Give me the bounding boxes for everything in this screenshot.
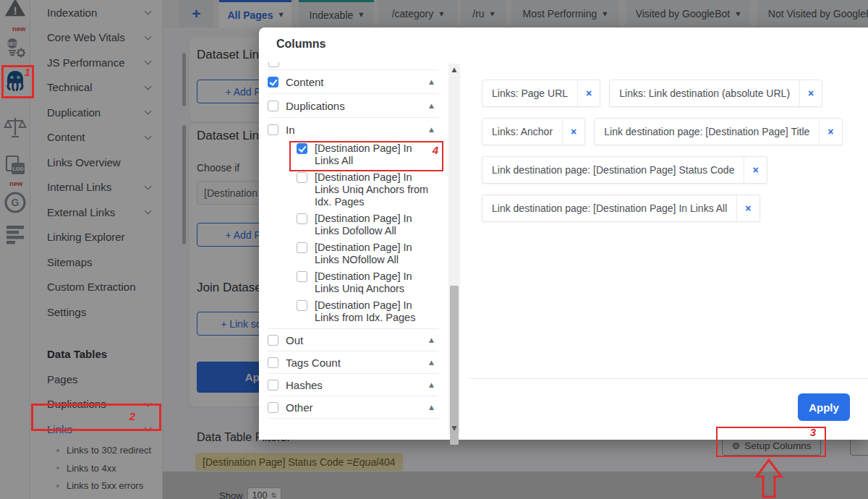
modal-title: Columns (276, 38, 326, 51)
column-group-partial (268, 62, 438, 69)
columns-modal: Columns Content ▲ Duplications ▲ In ▲ [D… (259, 27, 868, 440)
column-group-duplications[interactable]: Duplications ▲ (268, 94, 438, 117)
collapse-up-icon[interactable]: ▲ (429, 359, 434, 366)
checkbox[interactable] (268, 357, 278, 368)
selected-column-chip: Link destination page: [Destination Page… (482, 195, 760, 222)
checkbox[interactable] (297, 271, 307, 282)
collapse-up-icon[interactable]: ▲ (429, 126, 434, 133)
scrollbar-thumb[interactable] (450, 286, 459, 445)
modal-footer-divider (469, 378, 868, 379)
column-option-dofollow-all[interactable]: [Destination Page] In Links Dofollow All (268, 213, 438, 237)
column-tree: Content ▲ Duplications ▲ In ▲ [Destinati… (268, 62, 438, 431)
column-group-out[interactable]: Out ▲ (268, 329, 438, 351)
remove-column-icon[interactable]: × (562, 119, 584, 145)
remove-column-icon[interactable]: × (819, 119, 841, 145)
apply-columns-button[interactable]: Apply (798, 393, 850, 421)
tree-scrollbar[interactable]: ▲ ▼ (448, 64, 460, 434)
checkbox[interactable] (268, 335, 278, 346)
checkbox[interactable] (297, 300, 307, 311)
checkbox[interactable] (268, 380, 278, 391)
column-option-uniq-anchors-idx[interactable]: [Destination Page] In Links Uniq Anchors… (268, 171, 438, 208)
remove-column-icon[interactable]: × (736, 195, 759, 221)
remove-column-icon[interactable]: × (577, 80, 600, 106)
column-group-other[interactable]: Other ▲ (268, 396, 438, 418)
checkbox-checked[interactable] (268, 77, 278, 88)
checkbox[interactable] (297, 172, 307, 183)
checkbox-checked[interactable] (297, 143, 307, 154)
column-option-from-idx-pages[interactable]: [Destination Page] In Links from Idx. Pa… (268, 299, 438, 324)
column-group-hashes[interactable]: Hashes ▲ (268, 374, 438, 396)
collapse-up-icon[interactable]: ▲ (429, 381, 434, 388)
column-option-in-links-all[interactable]: [Destination Page] In Links All (268, 142, 438, 167)
checkbox[interactable] (268, 124, 278, 135)
column-group-in[interactable]: In ▲ (268, 118, 438, 141)
selected-column-chip: Links: Link destination (absolute URL) × (609, 80, 822, 107)
checkbox[interactable] (268, 62, 279, 67)
selected-column-chip: Links: Page URL × (482, 80, 600, 107)
column-group-tags-count[interactable]: Tags Count ▲ (268, 351, 438, 373)
selected-column-chip: Link destination page: [Destination Page… (594, 118, 842, 145)
collapse-up-icon[interactable]: ▲ (429, 336, 434, 344)
selected-column-chip: Links: Anchor × (482, 118, 585, 145)
scroll-up-icon[interactable]: ▲ (448, 66, 460, 73)
collapse-up-icon[interactable]: ▲ (429, 404, 434, 411)
scroll-down-icon[interactable]: ▼ (448, 425, 460, 432)
column-option-nofollow-all[interactable]: [Destination Page] In Links NOfollow All (268, 242, 438, 266)
collapse-up-icon[interactable]: ▲ (429, 102, 434, 109)
selected-column-chip: Link destination page: [Destination Page… (482, 156, 767, 184)
column-group-content[interactable]: Content ▲ (268, 70, 438, 93)
checkbox[interactable] (297, 242, 307, 253)
column-option-uniq-anchors[interactable]: [Destination Page] In Links Uniq Anchors (268, 270, 438, 295)
remove-column-icon[interactable]: × (799, 80, 822, 106)
collapse-up-icon[interactable]: ▲ (429, 78, 434, 85)
checkbox[interactable] (268, 402, 278, 413)
selected-columns: Links: Page URL × Links: Link destinatio… (482, 80, 858, 233)
checkbox[interactable] (268, 101, 278, 111)
remove-column-icon[interactable]: × (744, 157, 766, 183)
checkbox[interactable] (297, 213, 307, 224)
